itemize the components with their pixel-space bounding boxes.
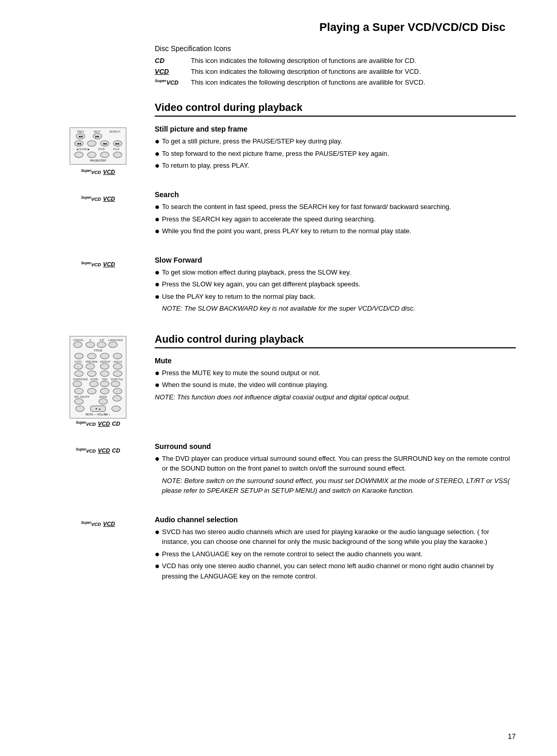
bullet-dot: ● bbox=[155, 202, 162, 212]
mute-title: Mute bbox=[155, 357, 516, 365]
search-left: SuperVCD VCD bbox=[41, 190, 155, 246]
audio-channel-bullet-1: ● SVCD has two stereo audio channels whi… bbox=[155, 527, 516, 547]
vcd-badge: VCD bbox=[98, 421, 110, 427]
search-bullet-3-text: While you find the point you want, press… bbox=[162, 226, 516, 236]
still-picture-right: Still picture and step frame ● To get a … bbox=[155, 125, 516, 180]
disc-spec-section: Disc Specification Icons CD This icon in… bbox=[155, 44, 516, 86]
bullet-dot: ● bbox=[155, 136, 162, 146]
audio-section-right: Audio control during playback Mute ● Pre… bbox=[155, 333, 516, 412]
search-subsection: Search ● To search the content in fast s… bbox=[155, 190, 516, 236]
audio-channel-badge: SuperVCD VCD bbox=[81, 521, 115, 527]
still-bullet-1-text: To get a still picture, press the PAUSE/… bbox=[162, 136, 516, 147]
surround-bullet-1: ● The DVD player can produce virtual sur… bbox=[155, 454, 516, 474]
audio-channel-right: Audio channel selection ● SVCD has two s… bbox=[155, 516, 516, 591]
search-bullet-1-text: To search the content in fast speed, pre… bbox=[162, 202, 516, 212]
disc-spec-title: Disc Specification Icons bbox=[155, 44, 516, 53]
bullet-dot: ● bbox=[155, 454, 162, 463]
bullet-dot: ● bbox=[155, 160, 162, 170]
disc-spec-row-cd: CD This icon indicates the following des… bbox=[155, 57, 516, 65]
disc-spec-row-supervcd: SuperVCD This icon indicates the followi… bbox=[155, 78, 516, 86]
slow-note: NOTE: The SLOW BACKWARD key is not avail… bbox=[162, 303, 516, 314]
vcd-badge: VCD bbox=[103, 196, 115, 202]
surround-subsection: Surround sound ● The DVD player can prod… bbox=[155, 442, 516, 496]
supervcd-badge: SuperVCD bbox=[76, 421, 96, 427]
slow-bullet-2: ● Press the SLOW key again, you can get … bbox=[155, 279, 516, 289]
audio-channel-bullet-2: ● Press the LANGUAGE key on the remote c… bbox=[155, 549, 516, 559]
still-picture-area: PREV ◀◀ NEXT ▶▶ SEARCH ◀◀ ◀◀ ▶▶ bbox=[41, 125, 516, 180]
remote-small-image: PREV ◀◀ NEXT ▶▶ SEARCH ◀◀ ◀◀ ▶▶ bbox=[70, 127, 126, 165]
still-bullet-2: ● To step forward to the next picture fr… bbox=[155, 149, 516, 159]
cd-icon: CD bbox=[155, 57, 191, 65]
bullet-dot: ● bbox=[155, 214, 162, 224]
still-picture-subsection: Still picture and step frame ● To get a … bbox=[155, 125, 516, 171]
audio-channel-bullet-3: ● VCD has only one stereo audio channel,… bbox=[155, 561, 516, 581]
bullet-dot: ● bbox=[155, 368, 162, 378]
supervcd-badge: SuperVCD bbox=[81, 169, 101, 175]
audio-channel-bullet-2-text: Press the LANGUAGE key on the remote con… bbox=[162, 549, 516, 559]
slow-forward-left: SuperVCD VCD bbox=[41, 256, 155, 323]
vcd-desc: This icon indicates the following descri… bbox=[191, 68, 516, 75]
search-bullet-3: ● While you find the point you want, pre… bbox=[155, 226, 516, 236]
search-bullet-2-text: Press the SEARCH key again to accelerate… bbox=[162, 214, 516, 224]
bullet-dot: ● bbox=[155, 279, 162, 289]
still-picture-title: Still picture and step frame bbox=[155, 125, 516, 133]
slow-bullet-3-text: Use the PLAY key to return to the normal… bbox=[162, 292, 516, 302]
search-area: SuperVCD VCD Search ● To search the cont… bbox=[41, 190, 516, 246]
audio-badge-bottom: SuperVCD VCD CD bbox=[76, 447, 120, 454]
audio-channel-area: SuperVCD VCD Audio channel selection ● S… bbox=[41, 516, 516, 591]
cd-desc: This icon indicates the following descri… bbox=[191, 57, 516, 65]
surround-note: NOTE: Before switch on the surround soun… bbox=[162, 476, 516, 496]
cd-badge: CD bbox=[112, 421, 120, 427]
audio-section-left: CANCEL 8 A-B LANGUAGE TITLE GOTO PREVIEW… bbox=[41, 333, 155, 432]
vcd-badge: VCD bbox=[103, 521, 115, 527]
search-title: Search bbox=[155, 190, 516, 199]
page-title: Playing a Super VCD/VCD/CD Disc bbox=[41, 21, 516, 34]
bullet-dot: ● bbox=[155, 149, 162, 158]
remote-large-image: CANCEL 8 A-B LANGUAGE TITLE GOTO PREVIEW… bbox=[70, 336, 126, 419]
surround-left: SuperVCD VCD CD bbox=[41, 442, 155, 505]
audio-channel-bullet-1-text: SVCD has two stereo audio channels which… bbox=[162, 527, 516, 547]
supervcd-icon: SuperVCD bbox=[155, 78, 191, 86]
mute-subsection: Mute ● Press the MUTE key to mute the so… bbox=[155, 357, 516, 403]
slow-forward-subsection: Slow Forward ● To get slow motion effect… bbox=[155, 256, 516, 314]
search-bullet-1: ● To search the content in fast speed, p… bbox=[155, 202, 516, 212]
slow-bullet-1: ● To get slow motion effect during playb… bbox=[155, 267, 516, 278]
bullet-dot: ● bbox=[155, 527, 162, 537]
vcd-icon: VCD bbox=[155, 68, 191, 75]
disc-spec-row-vcd: VCD This icon indicates the following de… bbox=[155, 68, 516, 75]
supervcd-desc: This icon indicates the following descri… bbox=[191, 78, 516, 86]
page-number: 17 bbox=[507, 732, 516, 741]
slow-bullet-2-text: Press the SLOW key again, you can get di… bbox=[162, 279, 516, 289]
surround-area: SuperVCD VCD CD Surround sound ● The DVD… bbox=[41, 442, 516, 505]
still-bullet-2-text: To step forward to the next picture fram… bbox=[162, 149, 516, 159]
vcd-badge: VCD bbox=[103, 169, 115, 175]
audio-channel-bullet-3-text: VCD has only one stereo audio channel, y… bbox=[162, 561, 516, 581]
still-bullet-1: ● To get a still picture, press the PAUS… bbox=[155, 136, 516, 147]
mute-bullet-1-text: Press the MUTE key to mute the sound out… bbox=[162, 368, 516, 378]
supervcd-badge: SuperVCD bbox=[76, 447, 96, 454]
cd-badge: CD bbox=[112, 447, 120, 454]
slow-forward-right: Slow Forward ● To get slow motion effect… bbox=[155, 256, 516, 323]
still-bullet-3: ● To return to play, press PLAY. bbox=[155, 160, 516, 171]
surround-right: Surround sound ● The DVD player can prod… bbox=[155, 442, 516, 505]
slow-forward-badge: SuperVCD VCD bbox=[81, 261, 115, 267]
slow-bullet-3: ● Use the PLAY key to return to the norm… bbox=[155, 292, 516, 302]
mute-bullet-1: ● Press the MUTE key to mute the sound o… bbox=[155, 368, 516, 378]
bullet-dot: ● bbox=[155, 292, 162, 301]
bullet-dot: ● bbox=[155, 561, 162, 571]
vcd-badge: VCD bbox=[98, 447, 110, 454]
mute-bullet-2: ● When the sound is mute, the video will… bbox=[155, 380, 516, 390]
audio-badge-top: SuperVCD VCD CD bbox=[76, 421, 120, 427]
mute-bullet-2-text: When the sound is mute, the video will c… bbox=[162, 380, 516, 390]
page: Playing a Super VCD/VCD/CD Disc Disc Spe… bbox=[0, 0, 557, 756]
vcd-badge: VCD bbox=[103, 261, 115, 267]
mute-note: NOTE: This function does not influence d… bbox=[155, 392, 516, 403]
search-badge: SuperVCD VCD bbox=[81, 196, 115, 202]
still-picture-left: PREV ◀◀ NEXT ▶▶ SEARCH ◀◀ ◀◀ ▶▶ bbox=[41, 125, 155, 180]
audio-channel-title: Audio channel selection bbox=[155, 516, 516, 524]
bullet-dot: ● bbox=[155, 380, 162, 390]
supervcd-badge: SuperVCD bbox=[81, 196, 101, 202]
bullet-dot: ● bbox=[155, 549, 162, 559]
audio-section-title: Audio control during playback bbox=[155, 333, 516, 348]
bullet-dot: ● bbox=[155, 267, 162, 277]
